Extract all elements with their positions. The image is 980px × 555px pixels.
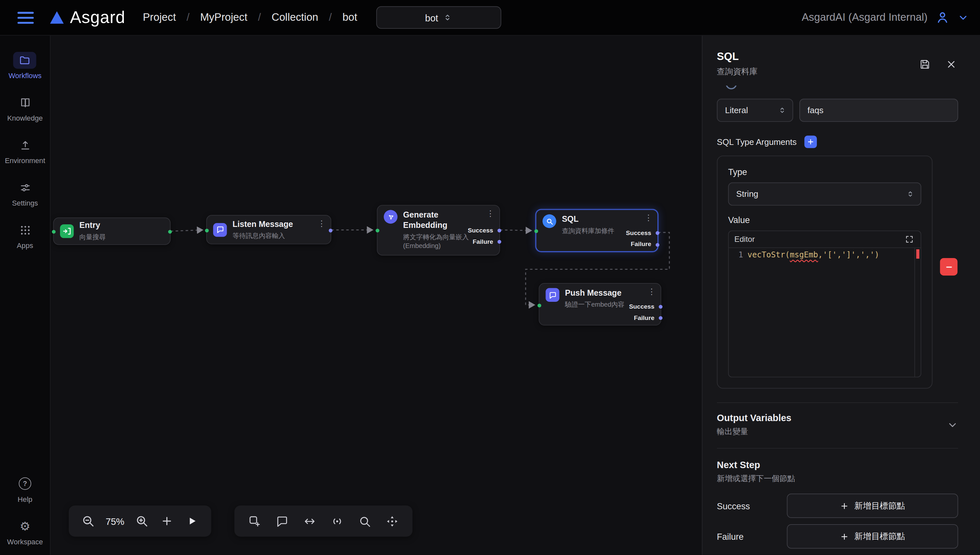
sidebar-item-knowledge[interactable]: Knowledge [7, 94, 43, 122]
node-title: Entry [79, 221, 106, 231]
input-port[interactable] [537, 304, 541, 308]
node-title: Generate Embedding [403, 210, 461, 231]
node-entry[interactable]: Entry 向量搜尋 [53, 218, 170, 245]
output-port-failure[interactable] [656, 243, 660, 247]
breadcrumb-myproject[interactable]: MyProject [200, 11, 247, 24]
argument-card: Type String Value Editor 1 vecToSt [717, 156, 933, 389]
plus-icon [840, 532, 849, 541]
add-argument-button[interactable] [804, 135, 817, 148]
sidebar-label: Apps [17, 242, 34, 249]
output-variables-section[interactable]: Output Variables 輸出變量 [717, 403, 958, 448]
plus-icon [840, 502, 849, 510]
node-menu-icon[interactable]: ⋮ [318, 219, 326, 227]
editor-header: Editor [729, 231, 921, 248]
minus-icon [945, 263, 953, 271]
menu-icon[interactable] [18, 12, 34, 24]
sql-type-arguments-label: SQL Type Arguments [717, 137, 797, 146]
input-port[interactable] [52, 230, 56, 234]
argument-value-input[interactable] [799, 99, 958, 122]
code-content[interactable]: vecToStr(msgEmb,'[',']',',') [747, 248, 914, 377]
tools-toolbar [235, 505, 413, 537]
sidebar-item-settings[interactable]: Settings [12, 179, 38, 207]
node-push-message[interactable]: Push Message 驗證一下embed內容 ⋮ Success Failu… [539, 283, 661, 326]
panel-header: SQL 查詢資料庫 [717, 51, 958, 77]
chevron-updown-icon [778, 106, 786, 114]
node-menu-icon[interactable]: ⋮ [486, 209, 494, 218]
add-target-button-label: 新增目標節點 [855, 531, 905, 542]
workflow-canvas[interactable]: Entry 向量搜尋 Listen Message 等待訊息內容輸入 ⋮ [51, 36, 702, 555]
edge-embedding-sql [500, 230, 531, 231]
output-port[interactable] [168, 230, 172, 234]
sidebar-label: Help [18, 496, 32, 503]
type-select[interactable]: String [728, 183, 921, 205]
next-step-subtitle: 新增或選擇下一個節點 [717, 474, 958, 484]
error-marker [916, 249, 919, 259]
remove-argument-button[interactable] [940, 258, 958, 276]
next-step-success-row: Success 新增目標節點 [717, 494, 958, 518]
output-port-success[interactable] [659, 305, 662, 309]
sidebar-item-workspace[interactable]: ⚙ Workspace [7, 518, 43, 545]
input-port[interactable] [535, 229, 538, 233]
port-failure-label: Failure [629, 313, 654, 324]
workflow-select[interactable]: bot [376, 6, 501, 29]
add-success-target-button[interactable]: 新增目標節點 [787, 494, 958, 518]
panel-title: SQL [717, 51, 758, 63]
port-success-label: Success [468, 225, 493, 236]
sidebar: Workflows Knowledge Environment Settings… [0, 36, 51, 555]
argument-type-select[interactable]: Literal [717, 99, 793, 122]
port-success-label: Success [629, 301, 654, 313]
node-menu-icon[interactable]: ⋮ [644, 213, 652, 222]
editor-body[interactable]: 1 vecToStr(msgEmb,'[',']',',') [729, 248, 921, 377]
input-port[interactable] [376, 229, 379, 233]
sidebar-label: Knowledge [7, 114, 43, 122]
sidebar-item-apps[interactable]: Apps [13, 222, 36, 249]
run-icon[interactable] [183, 512, 201, 530]
breadcrumb-collection[interactable]: Collection [272, 11, 318, 24]
expand-icon[interactable] [904, 234, 915, 245]
broadcast-icon[interactable] [328, 512, 346, 530]
grid-dots-icon [19, 225, 31, 236]
user-icon[interactable] [935, 10, 950, 25]
output-port-success[interactable] [656, 231, 660, 235]
embedding-icon [384, 210, 397, 224]
comment-icon[interactable] [273, 512, 291, 530]
add-node-icon[interactable] [246, 512, 263, 530]
sidebar-item-help[interactable]: ? Help [13, 475, 37, 503]
node-menu-icon[interactable]: ⋮ [647, 287, 656, 296]
add-failure-target-button[interactable]: 新增目標節點 [787, 524, 958, 549]
node-ports: Success Failure [468, 225, 493, 247]
code-editor[interactable]: Editor 1 vecToStr(msgEmb,'[',']',',') [728, 231, 921, 377]
editor-title: Editor [734, 235, 755, 244]
sidebar-item-environment[interactable]: Environment [5, 137, 45, 164]
workflow-select-value: bot [425, 12, 438, 23]
node-subtitle: 將文字轉化為向量嵌入 (Embedding) [403, 233, 473, 250]
zoom-in-icon[interactable] [133, 512, 151, 530]
pan-icon[interactable] [383, 512, 401, 530]
node-subtitle: 向量搜尋 [79, 233, 106, 242]
breadcrumb-bot[interactable]: bot [342, 11, 357, 24]
chevron-down-icon[interactable] [947, 419, 958, 430]
output-port[interactable] [329, 229, 333, 233]
node-listen-message[interactable]: Listen Message 等待訊息內容輸入 ⋮ [206, 215, 331, 244]
zoom-level: 75% [104, 516, 126, 526]
output-port-failure[interactable] [659, 316, 662, 320]
node-title: Listen Message [233, 219, 293, 230]
node-subtitle: 等待訊息內容輸入 [233, 231, 293, 240]
search-icon[interactable] [356, 512, 374, 530]
save-icon[interactable] [918, 57, 932, 71]
input-port[interactable] [205, 229, 209, 233]
zoom-out-icon[interactable] [79, 512, 97, 530]
output-port-failure[interactable] [498, 240, 501, 244]
add-icon[interactable] [158, 512, 176, 530]
topbar: Asgard Project / MyProject / Collection … [0, 0, 980, 36]
node-sql[interactable]: SQL 查詢資料庫加條件 ⋮ Success Failure [536, 209, 658, 252]
breadcrumb-project[interactable]: Project [143, 11, 176, 24]
node-subtitle: 驗證一下embed內容 [565, 300, 624, 309]
account-chevron-down-icon[interactable] [958, 12, 969, 23]
swap-horizontal-icon[interactable] [301, 512, 318, 530]
output-port-success[interactable] [498, 229, 501, 233]
sidebar-item-workflows[interactable]: Workflows [8, 52, 42, 79]
node-generate-embedding[interactable]: Generate Embedding 將文字轉化為向量嵌入 (Embedding… [377, 205, 500, 255]
account-area: AsgardAI (Asgard Internal) [802, 10, 969, 25]
close-icon[interactable] [944, 57, 958, 71]
